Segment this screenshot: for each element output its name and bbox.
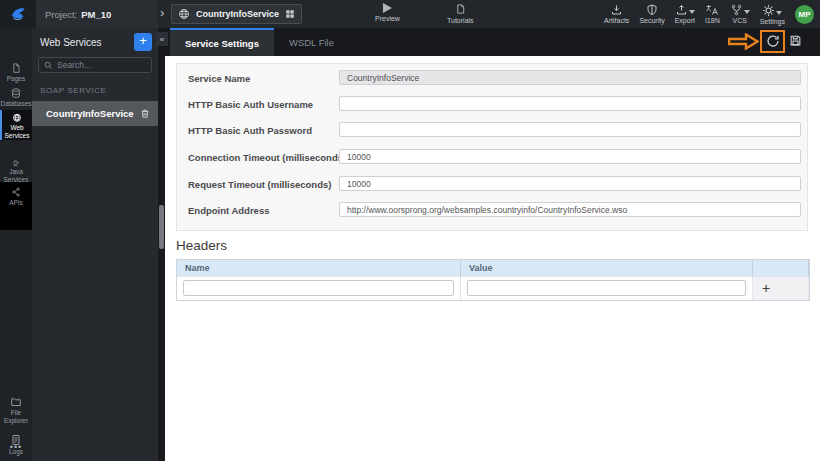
security-shield-icon <box>646 4 658 16</box>
settings-label: Settings <box>760 18 785 25</box>
chevron-down-icon <box>776 11 782 15</box>
service-name-input[interactable] <box>339 70 801 85</box>
panel-scrollbar[interactable] <box>159 205 164 249</box>
artifacts-download-icon <box>610 4 623 16</box>
sidebar-item-label: File Explorer <box>0 409 32 425</box>
wavemaker-studio: Project: PM_10 › CountryInfoService Prev… <box>0 0 820 461</box>
headers-table-row: + <box>177 277 809 300</box>
search-input[interactable] <box>57 60 146 70</box>
project-breadcrumb: Project: PM_10 <box>36 0 158 28</box>
artifacts-button[interactable]: Artifacts <box>604 4 629 24</box>
add-service-button[interactable]: + <box>134 33 152 51</box>
header-actions-cell: + <box>753 277 809 300</box>
i18n-label: I18N <box>705 17 720 24</box>
collapse-panel-button[interactable]: « <box>156 32 168 46</box>
http-basic-auth-username-input[interactable] <box>339 96 801 111</box>
artifacts-label: Artifacts <box>604 17 629 24</box>
more-menu-button[interactable]: ••• <box>0 442 32 452</box>
page-icon <box>10 63 22 73</box>
field-label: HTTP Basic Auth Password <box>188 125 312 136</box>
tutorials-label: Tutorials <box>447 17 474 24</box>
field-label: Connection Timeout (milliseconds) <box>188 152 346 163</box>
service-settings-form: Service Name HTTP Basic Auth Username HT… <box>176 63 808 231</box>
gear-icon <box>762 4 775 17</box>
search-icon <box>44 61 53 70</box>
play-icon <box>383 3 392 13</box>
soap-service-section-label: SOAP SERVICE <box>40 86 158 95</box>
header-value-input[interactable] <box>467 280 746 296</box>
sidebar-item-label: Web Services <box>2 124 32 140</box>
project-name: PM_10 <box>81 9 111 20</box>
name-column-header: Name <box>177 260 461 277</box>
user-avatar[interactable]: MP <box>795 5 814 24</box>
panel-title: Web Services <box>40 37 134 48</box>
coffee-icon <box>10 159 22 166</box>
export-upload-icon <box>675 4 688 16</box>
branch-icon <box>730 4 743 16</box>
export-button[interactable]: Export <box>675 4 695 24</box>
folder-icon <box>10 396 22 407</box>
header-name-input[interactable] <box>183 280 454 296</box>
reload-service-button[interactable] <box>766 34 780 48</box>
form-field-row: Service Name <box>177 70 807 86</box>
service-tabbar: Service Settings WSDL File <box>165 28 820 56</box>
tab-service-settings[interactable]: Service Settings <box>170 28 274 56</box>
http-basic-auth-password-input[interactable] <box>339 122 801 137</box>
service-search[interactable] <box>38 57 152 73</box>
globe-icon <box>11 113 23 122</box>
breadcrumb-chevron-icon: › <box>160 5 164 21</box>
topbar: Project: PM_10 › CountryInfoService Prev… <box>0 0 820 28</box>
form-field-row: Connection Timeout (milliseconds) <box>177 149 807 165</box>
sidebar-item-pages[interactable]: Pages <box>0 60 32 83</box>
sidebar-item-label: Databases <box>0 100 31 108</box>
sidebar-item-java-services[interactable]: Java Services <box>0 156 32 184</box>
sidebar-item-apis[interactable]: APIs <box>0 184 32 207</box>
sidebar-item-databases[interactable]: Databases <box>0 85 32 108</box>
field-label: Request Timeout (milliseconds) <box>188 179 331 190</box>
service-selector[interactable]: CountryInfoService <box>171 4 302 24</box>
save-icon <box>789 34 802 47</box>
request-timeout-input[interactable] <box>339 176 801 191</box>
panel-header: Web Services + <box>32 28 158 54</box>
field-label: HTTP Basic Auth Username <box>188 99 313 110</box>
field-label: Endpoint Address <box>188 205 269 216</box>
tutorials-button[interactable]: Tutorials <box>447 3 474 24</box>
home-logo-button[interactable] <box>0 0 36 28</box>
translate-icon <box>705 4 719 16</box>
tab-wsdl-file[interactable]: WSDL File <box>274 28 349 56</box>
save-service-button[interactable] <box>789 34 802 47</box>
sidebar-item-web-services[interactable]: Web Services <box>0 110 32 140</box>
project-label: Project: <box>45 9 77 20</box>
form-field-row: Endpoint Address <box>177 202 807 218</box>
preview-label: Preview <box>375 15 400 22</box>
headers-section-title: Headers <box>176 238 227 253</box>
header-name-cell <box>177 277 461 300</box>
service-pill-label: CountryInfoService <box>196 9 279 19</box>
actions-column-header <box>753 260 809 277</box>
globe-icon <box>178 8 190 20</box>
service-settings-content: Service Name HTTP Basic Auth Username HT… <box>165 56 820 461</box>
i18n-button[interactable]: I18N <box>705 4 720 24</box>
vcs-button[interactable]: VCS <box>730 4 750 24</box>
endpoint-address-input[interactable] <box>339 202 801 217</box>
connection-timeout-input[interactable] <box>339 149 801 164</box>
settings-button[interactable]: Settings <box>760 4 785 25</box>
sidebar-item-file-explorer[interactable]: File Explorer <box>0 393 32 425</box>
value-column-header: Value <box>461 260 753 277</box>
tutorials-book-icon <box>455 3 466 15</box>
database-icon <box>10 88 22 98</box>
service-name-label: CountryInfoService <box>46 108 140 119</box>
module-sidebar: Pages Databases Web Services Java Servic… <box>0 28 32 461</box>
security-label: Security <box>639 17 664 24</box>
security-button[interactable]: Security <box>639 4 664 24</box>
sidebar-item-label: Pages <box>7 75 25 83</box>
apps-grid-icon[interactable] <box>285 9 295 19</box>
add-header-button[interactable]: + <box>762 279 770 298</box>
sidebar-item-label: APIs <box>9 199 23 207</box>
wavemaker-logo-icon <box>9 5 27 23</box>
trash-icon[interactable] <box>140 108 150 119</box>
header-value-cell <box>461 277 753 300</box>
service-list-item[interactable]: CountryInfoService <box>32 101 158 126</box>
vcs-label: VCS <box>733 17 747 24</box>
preview-button[interactable]: Preview <box>375 3 400 22</box>
